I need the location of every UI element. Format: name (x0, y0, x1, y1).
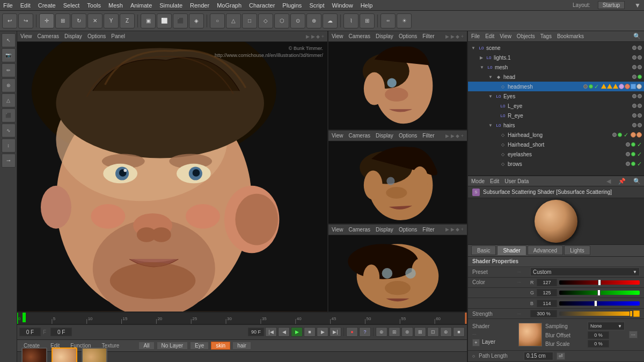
dot-reye-2[interactable] (638, 113, 642, 118)
menu-file[interactable]: File (3, 2, 13, 9)
vp-mr-cameras[interactable]: Cameras (349, 133, 371, 139)
vp-br-options[interactable]: Options (399, 227, 417, 233)
arrow-mesh[interactable]: ▼ (480, 65, 484, 70)
tool-brush[interactable]: ⊛ (2, 78, 16, 92)
tool-obj2[interactable]: △ (226, 13, 241, 28)
obj-file[interactable]: File (471, 33, 480, 39)
blur-offset-val[interactable]: 0 % (588, 331, 609, 339)
viewport-bottom-right[interactable]: View Cameras Display Options Filter ▶ ▶ … (328, 225, 467, 312)
dot-eyelashes-2[interactable] (631, 152, 635, 156)
btn-info[interactable]: ? (359, 327, 371, 337)
attr-userdata[interactable]: User Data (504, 178, 529, 184)
color-b-bar[interactable] (559, 301, 640, 306)
menu-mograph[interactable]: MoGraph (217, 2, 241, 9)
btn-key4[interactable]: ⊠ (414, 327, 426, 337)
attr-strength-input[interactable] (530, 310, 557, 317)
vp-view[interactable]: View (20, 33, 32, 39)
arrow-head[interactable]: ▼ (488, 75, 493, 79)
tool-select2[interactable]: Y (104, 13, 119, 28)
vp-cameras[interactable]: Cameras (38, 33, 60, 39)
vp-tr-options[interactable]: Options (399, 33, 417, 39)
dot-head-1[interactable] (632, 75, 636, 79)
tool-twist[interactable]: ↕ (2, 139, 16, 153)
dot-scene-2[interactable] (638, 46, 642, 50)
menu-tools[interactable]: Tools (87, 2, 101, 9)
arrow-lights[interactable]: ▶ (480, 55, 483, 60)
path-length-stepper[interactable]: ⏎ (557, 352, 565, 360)
tool-obj4[interactable]: ◇ (258, 13, 273, 28)
dot-reye-1[interactable] (632, 113, 636, 118)
btn-key2[interactable]: ⊞ (389, 327, 400, 337)
attr-tab-lights[interactable]: Lights (564, 245, 590, 255)
color-r-bar[interactable] (559, 280, 640, 285)
menu-mesh[interactable]: Mesh (108, 2, 123, 9)
vp-mr-view[interactable]: View (332, 133, 343, 139)
arrow-scene[interactable]: ▼ (471, 46, 475, 50)
menu-plugins[interactable]: Plugins (282, 2, 302, 9)
dot-brows-2[interactable] (631, 162, 635, 166)
tree-eyes[interactable]: ▼ L0 Eyes (468, 91, 644, 101)
tool-undo[interactable]: ↩ (2, 13, 17, 28)
tree-brows[interactable]: ◇ brows ✓ (468, 159, 644, 169)
mat-item-dark-skin[interactable]: dark_skin (21, 347, 47, 363)
btn-start[interactable]: |◀ (265, 327, 277, 337)
layout-arrow[interactable]: ▼ (634, 2, 641, 9)
attr-g-input[interactable] (537, 289, 557, 296)
tool-redo[interactable]: ↪ (18, 13, 33, 28)
dot-hairshort-2[interactable] (631, 142, 635, 147)
tree-reye[interactable]: L0 R_eye (468, 111, 644, 120)
attr-tab-shader[interactable]: Shader (497, 245, 526, 255)
menu-help[interactable]: Help (361, 2, 373, 9)
layout-preset[interactable]: Startup (598, 1, 625, 9)
tool-deform1[interactable]: ⌇ (343, 13, 358, 28)
menu-animate[interactable]: Animate (130, 2, 152, 9)
menu-character[interactable]: Character (249, 2, 275, 9)
tool-render-region[interactable]: ▣ (141, 13, 156, 28)
tool-magnet[interactable]: ⊸ (2, 154, 16, 168)
dot-lights-2[interactable] (638, 55, 642, 60)
dot-hairs-2[interactable] (638, 123, 642, 127)
tool-light[interactable]: ☀ (397, 13, 412, 28)
attr-b-input[interactable] (537, 300, 557, 307)
menu-window[interactable]: Window (332, 2, 353, 9)
vp-br-filter[interactable]: Filter (422, 227, 434, 233)
btn-next[interactable]: ▶ (317, 327, 328, 337)
dot-eyes-2[interactable] (638, 94, 642, 98)
arrow-hairs[interactable]: ▼ (488, 123, 493, 128)
tool-render3[interactable]: ⬛ (173, 13, 188, 28)
tag-tri-3[interactable] (613, 84, 618, 89)
shader-add-btn[interactable]: + (472, 339, 480, 346)
attr-tab-advanced[interactable]: Advanced (528, 245, 563, 255)
tool-pointer[interactable]: ↖ (2, 33, 16, 47)
main-viewport[interactable]: View Cameras Display Options Panel ▶ ▶ ◆… (17, 31, 328, 312)
tag-sphere-2[interactable] (625, 84, 630, 89)
tree-head[interactable]: ▼ ◆ head (468, 72, 644, 82)
vp-mr-options[interactable]: Options (399, 133, 417, 139)
vp-mr-filter[interactable]: Filter (422, 133, 434, 139)
obj-edit[interactable]: Edit (485, 33, 494, 39)
shader-swatch[interactable] (518, 323, 542, 346)
tool-render4[interactable]: ◈ (189, 13, 204, 28)
tool-rotate[interactable]: ↻ (71, 13, 86, 28)
vp-tr-view[interactable]: View (332, 33, 343, 39)
menu-create[interactable]: Create (38, 2, 56, 9)
dot-leye-2[interactable] (638, 104, 642, 108)
btn-stop[interactable]: ■ (304, 327, 316, 337)
attr-preset-dropdown[interactable]: Custom ▼ (530, 267, 640, 276)
attr-pin[interactable]: 📌 (618, 178, 626, 185)
dot-headmesh-2[interactable] (589, 84, 593, 89)
btn-key6[interactable]: ⊕ (440, 327, 452, 337)
attr-tab-basic[interactable]: Basic (471, 245, 496, 255)
obj-objects[interactable]: Objects (517, 33, 535, 39)
vp-br-cameras[interactable]: Cameras (349, 227, 371, 233)
tree-eyelashes[interactable]: ◇ eyelashes ✓ (468, 149, 644, 159)
tool-obj3[interactable]: □ (242, 13, 257, 28)
vp-tr-filter[interactable]: Filter (422, 33, 434, 39)
dot-mesh-2[interactable] (638, 65, 642, 69)
tool-spline[interactable]: ∿ (2, 124, 16, 137)
vp-panel[interactable]: Panel (111, 33, 125, 39)
filter-skin[interactable]: skin (211, 342, 230, 350)
menu-render[interactable]: Render (190, 2, 209, 9)
viewport-top-right[interactable]: View Cameras Display Options Filter ▶ ▶ … (328, 31, 467, 131)
btn-key1[interactable]: ⊕ (376, 327, 387, 337)
